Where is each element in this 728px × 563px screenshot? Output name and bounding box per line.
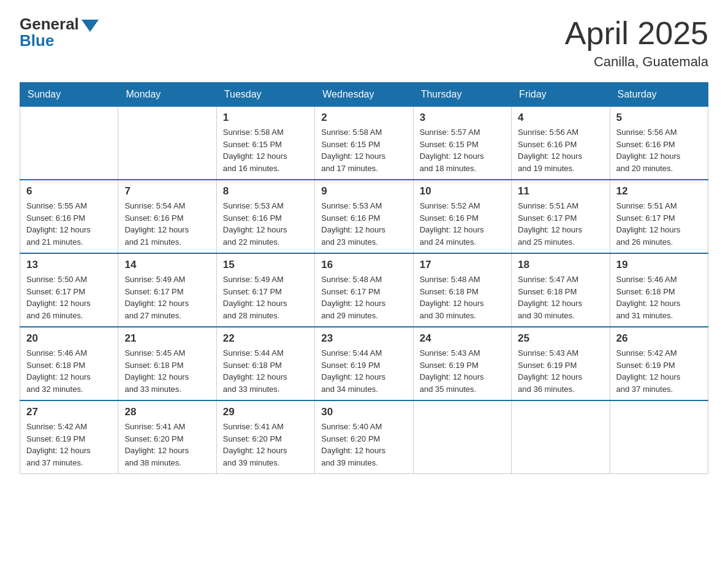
day-number: 27 [26,406,112,418]
calendar-cell: 24Sunrise: 5:43 AM Sunset: 6:19 PM Dayli… [413,327,511,400]
logo-triangle-icon [82,20,99,32]
day-number: 24 [420,332,505,345]
day-number: 29 [223,406,308,418]
calendar-cell: 11Sunrise: 5:51 AM Sunset: 6:17 PM Dayli… [512,180,610,253]
calendar-cell: 27Sunrise: 5:42 AM Sunset: 6:19 PM Dayli… [20,400,118,474]
calendar-cell: 9Sunrise: 5:53 AM Sunset: 6:16 PM Daylig… [315,180,413,253]
day-number: 26 [616,332,702,345]
calendar-cell: 28Sunrise: 5:41 AM Sunset: 6:20 PM Dayli… [118,400,216,474]
calendar-week-3: 13Sunrise: 5:50 AM Sunset: 6:17 PM Dayli… [20,253,708,327]
calendar-week-5: 27Sunrise: 5:42 AM Sunset: 6:19 PM Dayli… [20,400,708,474]
day-number: 25 [518,332,603,345]
day-info: Sunrise: 5:58 AM Sunset: 6:15 PM Dayligh… [321,126,406,174]
calendar-cell: 19Sunrise: 5:46 AM Sunset: 6:18 PM Dayli… [610,253,708,327]
day-info: Sunrise: 5:44 AM Sunset: 6:18 PM Dayligh… [223,347,308,395]
calendar-cell: 21Sunrise: 5:45 AM Sunset: 6:18 PM Dayli… [118,327,216,400]
location-title: Canilla, Guatemala [565,54,708,70]
day-number: 23 [321,332,406,345]
calendar-cell: 30Sunrise: 5:40 AM Sunset: 6:20 PM Dayli… [315,400,413,474]
calendar-cell: 16Sunrise: 5:48 AM Sunset: 6:17 PM Dayli… [315,253,413,327]
calendar-cell: 3Sunrise: 5:57 AM Sunset: 6:15 PM Daylig… [413,107,511,180]
calendar-cell: 7Sunrise: 5:54 AM Sunset: 6:16 PM Daylig… [118,180,216,253]
day-info: Sunrise: 5:42 AM Sunset: 6:19 PM Dayligh… [26,421,112,469]
day-number: 2 [321,112,406,124]
day-info: Sunrise: 5:46 AM Sunset: 6:18 PM Dayligh… [26,347,112,395]
day-number: 6 [26,185,112,197]
calendar-cell: 8Sunrise: 5:53 AM Sunset: 6:16 PM Daylig… [216,180,314,253]
calendar-cell: 12Sunrise: 5:51 AM Sunset: 6:17 PM Dayli… [610,180,708,253]
day-info: Sunrise: 5:53 AM Sunset: 6:16 PM Dayligh… [223,200,308,248]
day-number: 13 [26,259,112,271]
day-number: 21 [124,332,210,345]
day-info: Sunrise: 5:51 AM Sunset: 6:17 PM Dayligh… [616,200,702,248]
calendar-cell: 4Sunrise: 5:56 AM Sunset: 6:16 PM Daylig… [512,107,610,180]
day-info: Sunrise: 5:41 AM Sunset: 6:20 PM Dayligh… [124,421,210,469]
day-info: Sunrise: 5:53 AM Sunset: 6:16 PM Dayligh… [321,200,406,248]
page-header: General Blue April 2025 Canilla, Guatema… [20,15,708,70]
logo-blue-text: Blue [20,31,54,50]
day-info: Sunrise: 5:52 AM Sunset: 6:16 PM Dayligh… [420,200,505,248]
day-number: 28 [124,406,210,418]
calendar-cell [610,400,708,474]
day-number: 19 [616,259,702,271]
day-info: Sunrise: 5:48 AM Sunset: 6:18 PM Dayligh… [420,274,505,321]
calendar-week-1: 1Sunrise: 5:58 AM Sunset: 6:15 PM Daylig… [20,107,708,180]
calendar-cell [413,400,511,474]
day-info: Sunrise: 5:57 AM Sunset: 6:15 PM Dayligh… [420,126,505,174]
calendar-header: SundayMondayTuesdayWednesdayThursdayFrid… [20,83,708,107]
calendar-cell [512,400,610,474]
month-title: April 2025 [565,15,708,52]
day-info: Sunrise: 5:45 AM Sunset: 6:18 PM Dayligh… [124,347,210,395]
calendar-cell [20,107,118,180]
day-info: Sunrise: 5:55 AM Sunset: 6:16 PM Dayligh… [26,200,112,248]
day-info: Sunrise: 5:43 AM Sunset: 6:19 PM Dayligh… [518,347,603,395]
day-info: Sunrise: 5:40 AM Sunset: 6:20 PM Dayligh… [321,421,406,469]
day-info: Sunrise: 5:48 AM Sunset: 6:17 PM Dayligh… [321,274,406,321]
day-number: 22 [223,332,308,345]
calendar-cell: 29Sunrise: 5:41 AM Sunset: 6:20 PM Dayli… [216,400,314,474]
day-number: 12 [616,185,702,197]
day-number: 10 [420,185,505,197]
day-number: 16 [321,259,406,271]
calendar-cell: 2Sunrise: 5:58 AM Sunset: 6:15 PM Daylig… [315,107,413,180]
weekday-header-friday: Friday [512,83,610,107]
day-number: 9 [321,185,406,197]
day-number: 8 [223,185,308,197]
day-number: 11 [518,185,603,197]
day-info: Sunrise: 5:50 AM Sunset: 6:17 PM Dayligh… [26,274,112,321]
calendar-cell [118,107,216,180]
day-info: Sunrise: 5:43 AM Sunset: 6:19 PM Dayligh… [420,347,505,395]
day-info: Sunrise: 5:49 AM Sunset: 6:17 PM Dayligh… [124,274,210,321]
day-number: 7 [124,185,210,197]
title-area: April 2025 Canilla, Guatemala [565,15,708,70]
weekday-header-monday: Monday [118,83,216,107]
calendar-cell: 17Sunrise: 5:48 AM Sunset: 6:18 PM Dayli… [413,253,511,327]
weekday-header-sunday: Sunday [20,83,118,107]
day-number: 30 [321,406,406,418]
calendar-week-2: 6Sunrise: 5:55 AM Sunset: 6:16 PM Daylig… [20,180,708,253]
day-info: Sunrise: 5:46 AM Sunset: 6:18 PM Dayligh… [616,274,702,321]
calendar-cell: 20Sunrise: 5:46 AM Sunset: 6:18 PM Dayli… [20,327,118,400]
calendar-cell: 25Sunrise: 5:43 AM Sunset: 6:19 PM Dayli… [512,327,610,400]
calendar-cell: 13Sunrise: 5:50 AM Sunset: 6:17 PM Dayli… [20,253,118,327]
day-info: Sunrise: 5:44 AM Sunset: 6:19 PM Dayligh… [321,347,406,395]
day-info: Sunrise: 5:41 AM Sunset: 6:20 PM Dayligh… [223,421,308,469]
day-info: Sunrise: 5:49 AM Sunset: 6:17 PM Dayligh… [223,274,308,321]
calendar-cell: 15Sunrise: 5:49 AM Sunset: 6:17 PM Dayli… [216,253,314,327]
day-number: 17 [420,259,505,271]
calendar-cell: 14Sunrise: 5:49 AM Sunset: 6:17 PM Dayli… [118,253,216,327]
day-info: Sunrise: 5:56 AM Sunset: 6:16 PM Dayligh… [616,126,702,174]
weekday-header-thursday: Thursday [413,83,511,107]
day-number: 15 [223,259,308,271]
day-number: 3 [420,112,505,124]
weekday-header-tuesday: Tuesday [216,83,314,107]
day-number: 20 [26,332,112,345]
day-number: 18 [518,259,603,271]
day-number: 4 [518,112,603,124]
calendar-body: 1Sunrise: 5:58 AM Sunset: 6:15 PM Daylig… [20,107,708,474]
weekday-header-row: SundayMondayTuesdayWednesdayThursdayFrid… [20,83,708,107]
calendar-cell: 26Sunrise: 5:42 AM Sunset: 6:19 PM Dayli… [610,327,708,400]
day-info: Sunrise: 5:56 AM Sunset: 6:16 PM Dayligh… [518,126,603,174]
calendar-cell: 10Sunrise: 5:52 AM Sunset: 6:16 PM Dayli… [413,180,511,253]
calendar-cell: 23Sunrise: 5:44 AM Sunset: 6:19 PM Dayli… [315,327,413,400]
